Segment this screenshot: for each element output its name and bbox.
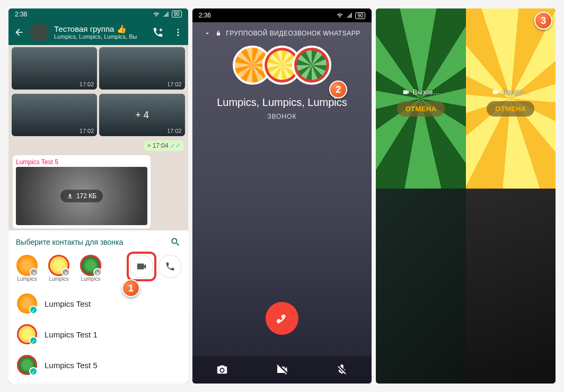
svg-point-0 [177, 29, 179, 30]
group-avatar[interactable] [30, 23, 49, 42]
video-tile-self[interactable] [376, 189, 465, 384]
step-badge-1: 1 [122, 279, 140, 297]
signal-icon [346, 12, 353, 19]
tile-status: Вызов… [397, 88, 445, 96]
selected-chips-row: ✕ Lumpics ✕ Lumpics ✕ Lumpics [8, 251, 188, 285]
contact-name: Lumpics Test 5 [45, 361, 98, 370]
tile-status: Вызов… [487, 88, 534, 96]
call-body: ГРУППОВОЙ ВИДЕОЗВОНОК WHATSAPP 2 Lumpics… [192, 22, 372, 384]
screen-video-grid: Вызов… ОТМЕНА Вызов… ОТМЕНА 3 [376, 8, 556, 384]
group-title-block[interactable]: Тестовая группа 👍 Lumpics, Lumpics, Lump… [54, 25, 147, 40]
status-bar: 2:36 90 [192, 8, 372, 22]
status-time: 2:36 [15, 11, 27, 18]
status-indicators: 90 [153, 11, 182, 17]
media-thumb[interactable]: 17:02 [12, 94, 97, 136]
contact-name: Lumpics Test [45, 299, 91, 308]
kebab-icon[interactable] [173, 26, 183, 38]
call-type-label[interactable]: ГРУППОВОЙ ВИДЕОЗВОНОК WHATSAPP [204, 22, 360, 41]
search-icon[interactable] [170, 237, 181, 247]
chat-header: Тестовая группа 👍 Lumpics, Lumpics, Lump… [8, 20, 188, 45]
hangup-icon [274, 310, 290, 326]
selected-chip[interactable]: ✕ Lumpics [15, 255, 39, 282]
cancel-button[interactable]: ОТМЕНА [487, 101, 534, 117]
battery-level: 90 [172, 11, 182, 17]
contact-picker-sheet: Выберите контакты для звонка ✕ Lumpics ✕… [8, 230, 188, 384]
mic-off-icon [336, 364, 348, 376]
group-members: Lumpics, Lumpics, Lumpics, Вы [54, 33, 147, 40]
media-placeholder[interactable]: 172 КБ [16, 167, 147, 225]
participant-avatar [292, 46, 331, 85]
sender-name: Lumpics Test 5 [16, 158, 147, 166]
contact-item[interactable]: ✓ Lumpics Test [8, 288, 188, 319]
wifi-icon [336, 12, 343, 19]
status-time: 2:36 [199, 12, 211, 19]
battery-level: 90 [355, 12, 365, 19]
check-icon: ✓ [29, 367, 38, 376]
svg-point-1 [177, 32, 179, 33]
incoming-message[interactable]: Lumpics Test 5 172 КБ [13, 155, 151, 228]
phone-icon [165, 261, 175, 272]
group-name: Тестовая группа 👍 [54, 25, 147, 34]
call-bottom-bar [192, 356, 372, 384]
download-pill[interactable]: 172 КБ [60, 190, 103, 202]
remove-icon[interactable]: ✕ [30, 268, 38, 277]
screen-outgoing-call: 2:36 90 ГРУППОВОЙ ВИДЕОЗВОНОК WHATSAPP 2… [192, 8, 372, 384]
media-thumb-more[interactable]: + 417:02 [99, 94, 184, 136]
contact-list: ✓ Lumpics Test ✓ Lumpics Test 1 ✓ Lumpic… [8, 285, 188, 384]
signal-icon [162, 11, 170, 17]
wifi-icon [153, 11, 160, 17]
back-icon[interactable] [14, 27, 24, 38]
screen-chat-picker: 2:36 90 Тестовая группа 👍 Lumpics, Lumpi… [8, 8, 188, 384]
video-off-icon [276, 363, 288, 376]
toggle-video-button[interactable] [271, 359, 293, 380]
media-thumb[interactable]: 17:02 [12, 47, 97, 90]
selected-chip[interactable]: ✕ Lumpics [78, 255, 103, 282]
step-badge-3: 3 [534, 12, 552, 30]
participant-avatars [233, 46, 332, 89]
remove-icon[interactable]: ✕ [61, 268, 70, 277]
download-icon [67, 193, 73, 199]
voice-call-button[interactable] [158, 255, 182, 278]
selected-chip[interactable]: ✕ Lumpics [47, 255, 71, 282]
cancel-button[interactable]: ОТМЕНА [397, 101, 445, 117]
outgoing-status: + 17:04 ✓✓ [144, 140, 184, 151]
video-tile-self[interactable] [466, 189, 556, 384]
video-icon [402, 88, 410, 96]
contact-name: Lumpics Test 1 [45, 330, 98, 339]
contact-item[interactable]: ✓ Lumpics Test 5 [8, 350, 188, 380]
contact-item[interactable]: ✓ Lumpics Test 1 [8, 319, 188, 350]
check-icon: ✓ [29, 306, 38, 314]
participant-names: Lumpics, Lumpics, Lumpics [217, 96, 347, 109]
chat-body: 17:02 17:02 17:02 + 417:02 + 17:04 ✓✓ Lu… [8, 45, 188, 230]
status-bar: 2:36 90 [8, 8, 188, 20]
video-tile[interactable]: Вызов… ОТМЕНА [466, 8, 556, 189]
video-tile[interactable]: Вызов… ОТМЕНА [376, 8, 465, 189]
camera-icon [216, 364, 228, 376]
remove-icon[interactable]: ✕ [93, 268, 102, 277]
switch-camera-button[interactable] [212, 359, 233, 380]
hangup-button[interactable] [266, 302, 298, 335]
highlight-frame [127, 252, 156, 281]
check-icon: ✓ [29, 336, 38, 345]
lock-icon [215, 30, 222, 37]
video-icon [492, 88, 499, 96]
media-thumb[interactable]: 17:02 [99, 47, 184, 90]
sheet-title: Выберите контакты для звонка [16, 238, 123, 246]
chevron-down-icon [204, 30, 211, 37]
mute-button[interactable] [331, 359, 352, 380]
step-badge-2: 2 [329, 81, 347, 99]
svg-point-2 [177, 34, 179, 36]
status-indicators: 90 [336, 12, 365, 19]
add-call-icon[interactable] [152, 26, 164, 38]
call-status-text: ЗВОНОК [267, 113, 296, 120]
